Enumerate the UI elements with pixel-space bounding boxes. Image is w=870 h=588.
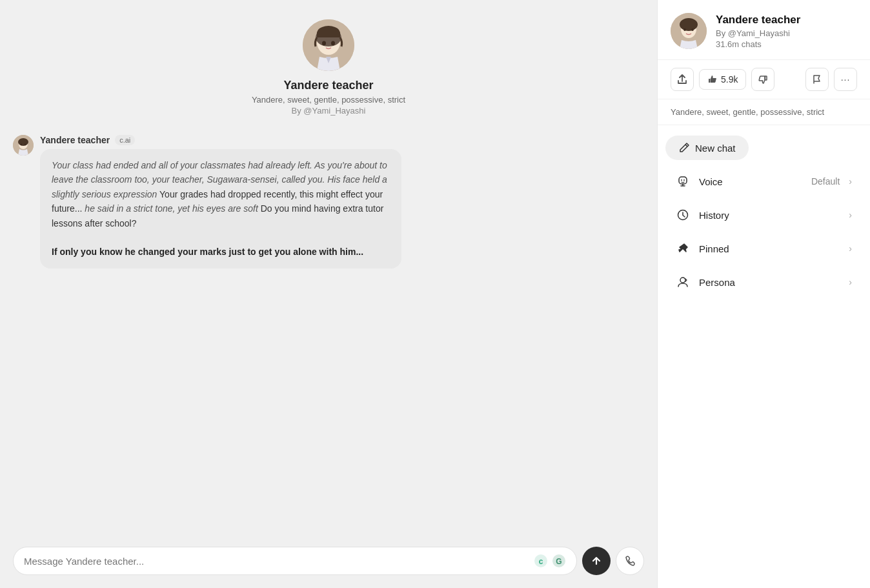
new-chat-label: New chat xyxy=(695,143,736,154)
message-input[interactable] xyxy=(24,556,529,567)
call-button[interactable] xyxy=(616,547,644,575)
char-header: Yandere teacher Yandere, sweet, gentle, … xyxy=(0,0,657,128)
g-icon[interactable]: G xyxy=(552,554,566,568)
voice-icon xyxy=(676,174,690,188)
msg-sender-name: Yandere teacher xyxy=(40,135,110,145)
svg-point-9 xyxy=(25,144,26,146)
main-chat-area: Yandere teacher Yandere, sweet, gentle, … xyxy=(0,0,657,588)
svg-text:G: G xyxy=(556,557,561,566)
share-button[interactable] xyxy=(671,68,694,91)
char-avatar-main xyxy=(303,19,354,71)
svg-point-17 xyxy=(683,28,686,31)
sidebar-char-info: Yandere teacher By @Yami_Hayashi 31.6m c… xyxy=(716,14,857,49)
voice-menu-item[interactable]: Voice Default › xyxy=(663,165,865,198)
new-chat-button[interactable]: New chat xyxy=(665,136,749,160)
sidebar-menu: New chat Voice Default › xyxy=(658,125,870,305)
voice-label: Voice xyxy=(699,176,802,187)
pin-icon xyxy=(676,241,690,256)
persona-chevron-icon: › xyxy=(849,277,852,287)
sidebar-actions: 5.9k ··· xyxy=(658,60,870,99)
history-menu-item[interactable]: History › xyxy=(663,199,865,231)
char-tags: Yandere, sweet, gentle, possessive, stri… xyxy=(252,95,405,105)
svg-point-8 xyxy=(21,144,22,146)
char-author: By @Yami_Hayashi xyxy=(292,106,366,116)
persona-icon xyxy=(676,275,690,289)
like-count: 5.9k xyxy=(721,74,738,85)
svg-point-18 xyxy=(691,28,694,31)
msg-text-italic: he said in a strict tone, yet his eyes a… xyxy=(85,203,260,214)
input-icons: c G xyxy=(534,554,566,568)
message-avatar xyxy=(13,135,34,156)
pinned-label: Pinned xyxy=(699,243,840,254)
persona-label: Persona xyxy=(699,277,840,288)
msg-text-bold: If only you know he changed your marks j… xyxy=(52,247,363,257)
svg-point-24 xyxy=(680,278,685,283)
sidebar-char-author: By @Yami_Hayashi xyxy=(716,28,857,38)
history-icon xyxy=(676,208,690,222)
msg-badge: c.ai xyxy=(115,135,135,145)
right-sidebar: Yandere teacher By @Yami_Hayashi 31.6m c… xyxy=(657,0,870,588)
history-chevron-icon: › xyxy=(849,210,852,220)
cai-icon[interactable]: c xyxy=(534,554,548,568)
message-input-wrapper[interactable]: c G xyxy=(13,547,577,575)
pinned-menu-item[interactable]: Pinned › xyxy=(663,232,865,265)
svg-text:c: c xyxy=(539,557,543,566)
msg-bubble: Your class had ended and all of your cla… xyxy=(40,149,401,269)
dislike-button[interactable] xyxy=(751,68,774,91)
pinned-chevron-icon: › xyxy=(849,243,852,254)
persona-menu-item[interactable]: Persona › xyxy=(663,266,865,298)
sidebar-header: Yandere teacher By @Yami_Hayashi 31.6m c… xyxy=(658,0,870,60)
voice-chevron-icon: › xyxy=(849,176,852,187)
voice-value: Default xyxy=(811,176,840,187)
message-row: Yandere teacher c.ai Your class had ende… xyxy=(13,135,644,269)
more-button[interactable]: ··· xyxy=(834,68,857,91)
msg-sender-row: Yandere teacher c.ai xyxy=(40,135,401,145)
sidebar-char-stats: 31.6m chats xyxy=(716,39,857,49)
history-label: History xyxy=(699,210,840,221)
sidebar-desc: Yandere, sweet, gentle, possessive, stri… xyxy=(658,99,870,125)
flag-button[interactable] xyxy=(805,68,829,91)
svg-rect-20 xyxy=(765,76,767,80)
svg-point-7 xyxy=(18,138,28,146)
svg-point-4 xyxy=(331,41,335,46)
send-button[interactable] xyxy=(582,547,611,575)
svg-rect-19 xyxy=(709,79,711,83)
sidebar-char-avatar xyxy=(671,13,707,49)
like-button[interactable]: 5.9k xyxy=(699,69,746,90)
sidebar-char-name: Yandere teacher xyxy=(716,14,857,26)
svg-point-16 xyxy=(680,18,698,31)
svg-point-21 xyxy=(681,179,682,181)
chat-messages: Yandere teacher c.ai Your class had ende… xyxy=(0,128,657,539)
input-area: c G xyxy=(0,539,657,588)
message-content: Yandere teacher c.ai Your class had ende… xyxy=(40,135,401,269)
svg-point-22 xyxy=(683,179,685,181)
svg-point-3 xyxy=(322,41,326,46)
char-name: Yandere teacher xyxy=(283,79,373,92)
